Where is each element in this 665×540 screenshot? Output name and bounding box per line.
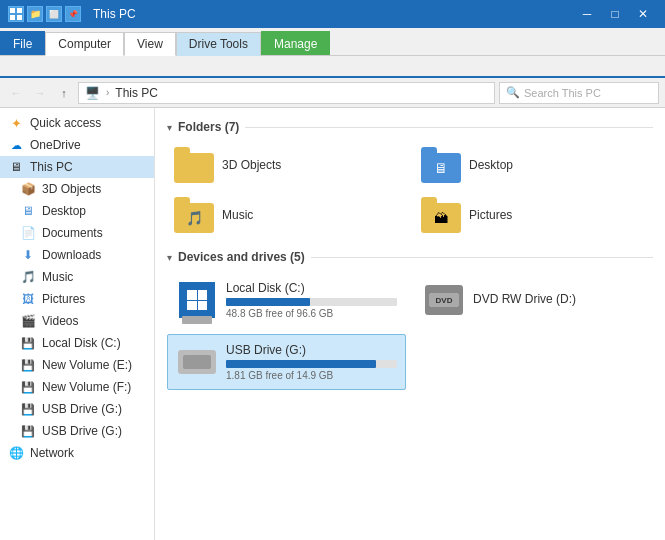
- folder-name-3d-objects: 3D Objects: [222, 158, 281, 172]
- sidebar-label-usb-g2: USB Drive (G:): [42, 424, 122, 438]
- local-disk-c-icon: 💾: [20, 335, 36, 351]
- sidebar-label-local-disk-c: Local Disk (C:): [42, 336, 121, 350]
- up-button[interactable]: ↑: [54, 83, 74, 103]
- device-icon-usb-g: [176, 341, 218, 383]
- new-volume-e-icon: 💾: [20, 357, 36, 373]
- videos-icon: 🎬: [20, 313, 36, 329]
- app-icon: [8, 6, 24, 22]
- sidebar-label-videos: Videos: [42, 314, 78, 328]
- 3d-objects-icon: 📦: [20, 181, 36, 197]
- folder-icon-desktop: 🖥: [421, 147, 461, 183]
- sidebar-item-3d-objects[interactable]: 📦 3D Objects: [0, 178, 154, 200]
- folder-icon-3d-objects: [174, 147, 214, 183]
- sidebar-item-videos[interactable]: 🎬 Videos: [0, 310, 154, 332]
- sidebar-item-network[interactable]: 🌐 Network: [0, 442, 154, 464]
- folder-name-pictures: Pictures: [469, 208, 512, 222]
- sidebar-item-quick-access[interactable]: ✦ Quick access: [0, 112, 154, 134]
- tab-drive-tools[interactable]: Drive Tools: [176, 32, 261, 56]
- address-separator: ›: [106, 87, 109, 98]
- sidebar-item-this-pc[interactable]: 🖥 This PC: [0, 156, 154, 178]
- devices-section-label: Devices and drives (5): [178, 250, 305, 264]
- folder-icon-pictures: 🏔: [421, 197, 461, 233]
- sidebar: ✦ Quick access ☁ OneDrive 🖥 This PC 📦 3D…: [0, 108, 155, 540]
- device-bar-usb-g: [226, 360, 376, 368]
- tab-view[interactable]: View: [124, 32, 176, 56]
- tab-file[interactable]: File: [0, 31, 45, 55]
- device-bar-container-local-disk-c: [226, 298, 397, 306]
- usb-g2-icon: 💾: [20, 423, 36, 439]
- device-name-dvd: DVD RW Drive (D:): [473, 292, 644, 306]
- sidebar-item-documents[interactable]: 📄 Documents: [0, 222, 154, 244]
- folder-item-desktop[interactable]: 🖥 Desktop: [414, 142, 653, 188]
- folder-item-music[interactable]: 🎵 Music: [167, 192, 406, 238]
- view-icon-btn[interactable]: ⬜: [46, 6, 62, 22]
- device-info-usb-g: USB Drive (G:) 1.81 GB free of 14.9 GB: [226, 343, 397, 381]
- sidebar-item-new-volume-e[interactable]: 💾 New Volume (E:): [0, 354, 154, 376]
- tab-manage[interactable]: Manage: [261, 31, 330, 55]
- device-bar-container-usb-g: [226, 360, 397, 368]
- sidebar-item-local-disk-c[interactable]: 💾 Local Disk (C:): [0, 332, 154, 354]
- folder-item-pictures[interactable]: 🏔 Pictures: [414, 192, 653, 238]
- window-title: This PC: [93, 7, 136, 21]
- sidebar-item-new-volume-f[interactable]: 💾 New Volume (F:): [0, 376, 154, 398]
- device-item-usb-g[interactable]: USB Drive (G:) 1.81 GB free of 14.9 GB: [167, 334, 406, 390]
- sidebar-item-music[interactable]: 🎵 Music: [0, 266, 154, 288]
- sidebar-label-quick-access: Quick access: [30, 116, 101, 130]
- folder-item-3d-objects[interactable]: 3D Objects: [167, 142, 406, 188]
- devices-section-line: [311, 257, 653, 258]
- sidebar-label-new-volume-f: New Volume (F:): [42, 380, 131, 394]
- address-this-pc[interactable]: This PC: [115, 86, 158, 100]
- maximize-button[interactable]: □: [601, 0, 629, 28]
- minimize-button[interactable]: ─: [573, 0, 601, 28]
- network-icon: 🌐: [8, 445, 24, 461]
- search-bar[interactable]: 🔍 Search This PC: [499, 82, 659, 104]
- sidebar-item-desktop[interactable]: 🖥 Desktop: [0, 200, 154, 222]
- forward-button[interactable]: →: [30, 83, 50, 103]
- device-name-local-disk-c: Local Disk (C:): [226, 281, 397, 295]
- device-info-local-disk-c: Local Disk (C:) 48.8 GB free of 96.6 GB: [226, 281, 397, 319]
- svg-rect-1: [17, 8, 22, 13]
- device-free-local-disk-c: 48.8 GB free of 96.6 GB: [226, 308, 397, 319]
- sidebar-label-new-volume-e: New Volume (E:): [42, 358, 132, 372]
- search-placeholder: Search This PC: [524, 87, 601, 99]
- devices-section-header[interactable]: ▾ Devices and drives (5): [167, 250, 653, 264]
- folders-section-header[interactable]: ▾ Folders (7): [167, 120, 653, 134]
- main-area: ✦ Quick access ☁ OneDrive 🖥 This PC 📦 3D…: [0, 108, 665, 540]
- address-bar[interactable]: 🖥️ › This PC: [78, 82, 495, 104]
- sidebar-item-downloads[interactable]: ⬇ Downloads: [0, 244, 154, 266]
- device-item-local-disk-c[interactable]: Local Disk (C:) 48.8 GB free of 96.6 GB: [167, 272, 406, 328]
- folders-grid: 3D Objects 🖥 Desktop 🎵: [167, 142, 653, 238]
- content-area: ▾ Folders (7) 3D Objects 🖥: [155, 108, 665, 540]
- sidebar-label-desktop: Desktop: [42, 204, 86, 218]
- close-button[interactable]: ✕: [629, 0, 657, 28]
- sidebar-label-3d-objects: 3D Objects: [42, 182, 101, 196]
- music-icon: 🎵: [20, 269, 36, 285]
- search-icon: 🔍: [506, 86, 520, 99]
- title-bar-icons: 📁 ⬜ 📌: [8, 6, 81, 22]
- title-bar: 📁 ⬜ 📌 This PC ─ □ ✕: [0, 0, 665, 28]
- tab-computer[interactable]: Computer: [45, 32, 124, 56]
- device-icon-dvd: DVD: [423, 279, 465, 321]
- folder-icon-btn[interactable]: 📁: [27, 6, 43, 22]
- downloads-icon: ⬇: [20, 247, 36, 263]
- new-volume-f-icon: 💾: [20, 379, 36, 395]
- device-bar-local-disk-c: [226, 298, 310, 306]
- sidebar-label-network: Network: [30, 446, 74, 460]
- sidebar-item-usb-g1[interactable]: 💾 USB Drive (G:): [0, 398, 154, 420]
- sidebar-label-downloads: Downloads: [42, 248, 101, 262]
- window-controls: ─ □ ✕: [573, 0, 657, 28]
- folder-name-desktop: Desktop: [469, 158, 513, 172]
- device-info-dvd: DVD RW Drive (D:): [473, 292, 644, 309]
- documents-icon: 📄: [20, 225, 36, 241]
- pictures-icon: 🖼: [20, 291, 36, 307]
- pin-icon-btn[interactable]: 📌: [65, 6, 81, 22]
- sidebar-item-usb-g2[interactable]: 💾 USB Drive (G:): [0, 420, 154, 442]
- ribbon-bar: [0, 56, 665, 78]
- sidebar-item-pictures[interactable]: 🖼 Pictures: [0, 288, 154, 310]
- sidebar-label-this-pc: This PC: [30, 160, 73, 174]
- device-item-dvd[interactable]: DVD DVD RW Drive (D:): [414, 272, 653, 328]
- devices-chevron: ▾: [167, 252, 172, 263]
- sidebar-label-music: Music: [42, 270, 73, 284]
- sidebar-item-onedrive[interactable]: ☁ OneDrive: [0, 134, 154, 156]
- back-button[interactable]: ←: [6, 83, 26, 103]
